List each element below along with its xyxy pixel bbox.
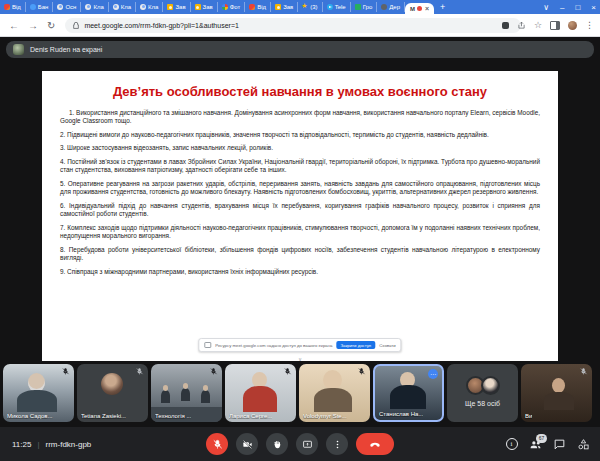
clock-time: 11:25 [12, 440, 31, 449]
profile-avatar[interactable] [568, 21, 577, 30]
participant-tile[interactable]: Микола Садов... [3, 364, 74, 422]
participant-name: Volodymyr Ste... [303, 413, 347, 419]
browser-menu-chevron-icon[interactable]: ∨ [543, 3, 549, 12]
chat-button[interactable] [553, 438, 566, 451]
present-screen-button[interactable] [296, 433, 318, 455]
browser-tab[interactable]: Дер [377, 2, 405, 12]
participant-name: Ви [525, 413, 532, 419]
activities-shapes-icon [577, 438, 590, 451]
tab-label: Від [12, 4, 21, 10]
back-icon[interactable]: ← [9, 20, 19, 31]
browser-tab[interactable]: Осн [53, 2, 81, 12]
address-bar[interactable]: meet.google.com/rrm-fdkn-gpb?pli=1&authu… [65, 18, 521, 33]
browser-tab-active-meet[interactable]: M × [405, 3, 434, 14]
extension-icon[interactable] [502, 22, 509, 29]
slide-paragraph: 3. Широке застосування відеозанять, запи… [60, 144, 540, 153]
participant-avatar [101, 373, 123, 395]
meeting-info: 11:25 | rrm-fdkn-gpb [12, 427, 91, 461]
activities-button[interactable] [577, 438, 590, 451]
participant-tile-active-speaker[interactable]: ⋯ Станислав На... [373, 364, 444, 422]
camera-button[interactable] [236, 433, 258, 455]
meet-stage: Denis Ruden на екрані Дев’ять особливост… [0, 37, 600, 461]
video-favicon-icon [4, 4, 10, 10]
browser-toolbar: ← → ↻ meet.google.com/rrm-fdkn-gpb?pli=1… [0, 14, 600, 37]
mic-off-icon [61, 367, 70, 376]
video-frame [390, 385, 426, 409]
share-icon[interactable] [517, 21, 526, 30]
reload-icon[interactable]: ↻ [47, 20, 55, 31]
meeting-code: rrm-fdkn-gpb [46, 440, 92, 449]
browser-tab[interactable]: Фот [218, 2, 246, 12]
self-view-tile[interactable]: Ви [521, 364, 592, 422]
classroom-favicon-icon [275, 4, 281, 10]
classroom-favicon-icon [195, 4, 201, 10]
camera-off-icon [242, 439, 253, 450]
browser-kebab-menu-icon[interactable]: ⋮ [585, 20, 594, 30]
participant-strip: Микола Садов... Tetiana Zasieki... Техно… [3, 364, 592, 422]
participant-name: Технологія ... [155, 413, 191, 419]
more-participants-tile[interactable]: Ще 58 осіб [447, 364, 518, 422]
maximize-icon[interactable]: □ [575, 3, 580, 12]
participant-tile[interactable]: Лариса Серге... [225, 364, 296, 422]
browser-tab[interactable]: Гро [351, 2, 378, 12]
more-options-button[interactable] [326, 433, 348, 455]
browser-tab[interactable]: Від [245, 2, 271, 12]
close-icon[interactable]: × [591, 3, 596, 12]
participant-tile[interactable]: Технологія ... [151, 364, 222, 422]
browser-tab[interactable]: Кла [136, 2, 163, 12]
presenting-banner: Denis Ruden на екрані [6, 41, 594, 58]
stop-sharing-button[interactable]: Закрити доступ [336, 341, 375, 349]
participant-count-badge: 67 [536, 434, 547, 443]
video-frame [544, 392, 574, 410]
minimize-icon[interactable]: – [560, 3, 564, 12]
side-panel-icon[interactable] [550, 21, 560, 30]
end-call-button[interactable] [356, 433, 394, 455]
lock-icon [73, 22, 79, 29]
slide-paragraph: 6. Індивідуальний підхід до навчання сту… [60, 202, 540, 219]
tab-label: Зав [175, 4, 185, 10]
browser-tab[interactable]: (3) [298, 2, 322, 12]
photos-favicon-icon [222, 4, 228, 10]
slide-title: Дев’ять особливостей навчання в умовах в… [60, 84, 540, 100]
participant-tile[interactable]: Volodymyr Ste... [299, 364, 370, 422]
tab-label: Tele [335, 4, 346, 10]
url-text: meet.google.com/rrm-fdkn-gpb?pli=1&authu… [84, 22, 238, 29]
tab-label: (3) [310, 4, 317, 10]
tab-label: Зав [283, 4, 293, 10]
video-frame [161, 390, 170, 403]
mic-off-icon [212, 439, 223, 450]
window-controls: ∨ – □ × [543, 0, 596, 14]
browser-tab[interactable]: Кла [81, 2, 108, 12]
mic-mute-button[interactable] [206, 433, 228, 455]
participant-name: Станислав На... [379, 411, 423, 417]
tab-label: Від [257, 4, 266, 10]
tab-label: Кла [148, 4, 158, 10]
raise-hand-button[interactable] [266, 433, 288, 455]
bookmark-star-icon[interactable]: ☆ [534, 20, 542, 30]
participants-button[interactable]: 67 [529, 438, 542, 451]
browser-tab[interactable]: Зав [163, 2, 190, 12]
participant-tile[interactable]: Tetiana Zasieki... [77, 364, 148, 422]
browser-tab[interactable]: Зав [271, 2, 298, 12]
new-tab-button[interactable]: + [434, 0, 451, 14]
forward-icon[interactable]: → [28, 20, 38, 31]
browser-tab[interactable]: Від [0, 2, 26, 12]
meet-control-bar: 11:25 | rrm-fdkn-gpb [0, 427, 600, 461]
browser-tab[interactable]: Зав [191, 2, 218, 12]
person-favicon-icon [85, 4, 91, 10]
person-favicon-icon [113, 4, 119, 10]
cast-icon [204, 342, 211, 348]
participant-name: Лариса Серге... [229, 413, 272, 419]
video-frame [552, 378, 565, 393]
tab-label: Гро [363, 4, 373, 10]
browser-tab[interactable]: Кла [109, 2, 136, 12]
more-participants-label: Ще 58 осіб [447, 400, 518, 407]
notice-collapse-chevron-icon[interactable]: ∨ [298, 357, 302, 361]
meeting-details-button[interactable]: i [505, 438, 518, 451]
hide-notice-button[interactable]: Сховати [379, 343, 396, 348]
browser-tab[interactable]: Бан [26, 2, 54, 12]
tile-menu-badge-icon[interactable]: ⋯ [428, 369, 438, 379]
participant-name: Микола Садов... [7, 413, 53, 419]
tab-close-icon[interactable]: × [425, 5, 429, 12]
browser-tab[interactable]: Tele [323, 2, 351, 12]
